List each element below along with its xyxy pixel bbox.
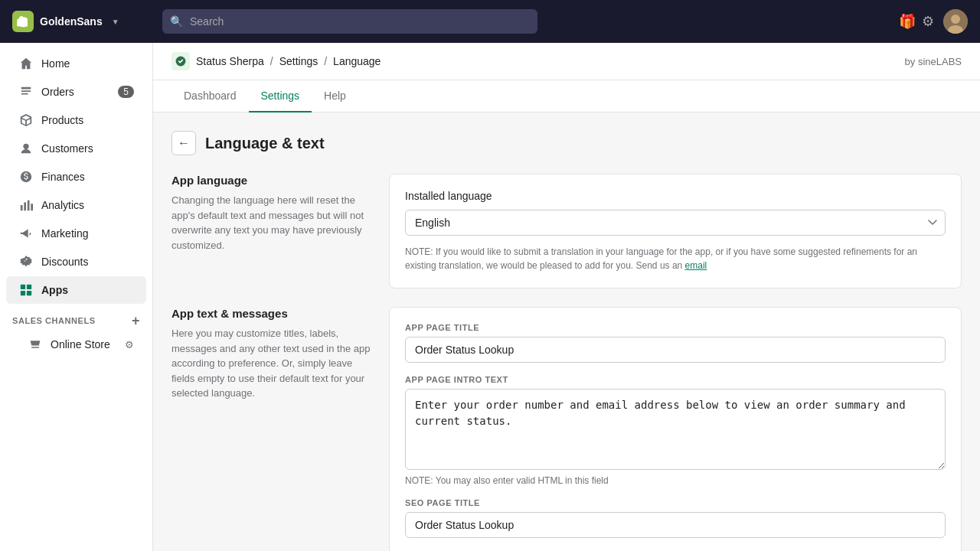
app-icon: [172, 52, 190, 70]
sidebar-label-apps: Apps: [41, 284, 68, 296]
analytics-icon: [18, 197, 34, 213]
brand-name: GoldenSans: [40, 15, 103, 28]
sidebar-label-orders: Orders: [41, 86, 74, 98]
orders-icon: [18, 84, 34, 99]
svg-rect-14: [27, 291, 31, 295]
topbar-right: 🎁 ⚙: [899, 9, 968, 34]
svg-point-1: [951, 15, 960, 24]
app-language-description: App language Changing the language here …: [172, 174, 371, 289]
sidebar-label-customers: Customers: [41, 142, 93, 155]
app-text-description: App text & messages Here you may customi…: [172, 307, 371, 551]
brand[interactable]: GoldenSans ▼: [12, 11, 150, 32]
home-icon: [18, 56, 34, 71]
email-link[interactable]: email: [685, 260, 707, 271]
brand-chevron-icon: ▼: [112, 18, 119, 26]
sidebar-item-home[interactable]: Home: [6, 50, 146, 77]
field-app-page-title: APP PAGE TITLE: [405, 323, 946, 363]
breadcrumb-sep2: /: [324, 55, 327, 67]
app-language-heading: App language: [172, 174, 371, 187]
main-content: Status Sherpa / Settings / Language by s…: [153, 0, 980, 551]
svg-rect-10: [31, 204, 33, 210]
search-input[interactable]: [162, 9, 537, 34]
breadcrumb-section: Settings: [279, 55, 318, 67]
app-text-section: App text & messages Here you may customi…: [172, 307, 962, 551]
finances-icon: [18, 169, 34, 184]
svg-rect-3: [21, 87, 31, 90]
tab-settings[interactable]: Settings: [249, 80, 312, 112]
products-icon: [18, 112, 34, 128]
app-header: Status Sherpa / Settings / Language by s…: [153, 43, 980, 80]
svg-rect-5: [21, 93, 28, 95]
label-app-page-intro: APP PAGE INTRO TEXT: [405, 375, 946, 384]
sidebar-item-online-store[interactable]: Online Store ⚙: [6, 331, 146, 357]
app-language-card: Installed language English French German…: [389, 174, 962, 289]
page-body: ← Language & text App language Changing …: [153, 112, 980, 551]
gift-icon[interactable]: 🎁: [899, 13, 916, 30]
sidebar-item-products[interactable]: Products: [6, 106, 146, 134]
svg-rect-4: [21, 90, 31, 92]
breadcrumb-subsection: Language: [333, 55, 381, 67]
marketing-icon: [18, 226, 34, 241]
label-app-page-title: APP PAGE TITLE: [405, 323, 946, 332]
add-sales-channel-button[interactable]: +: [132, 314, 140, 328]
sidebar-item-apps[interactable]: Apps: [6, 276, 146, 304]
sidebar-label-home: Home: [41, 57, 70, 70]
svg-point-6: [23, 144, 28, 149]
sidebar-item-discounts[interactable]: Discounts: [6, 248, 146, 276]
input-app-page-title[interactable]: [405, 337, 946, 363]
sales-channels-label: SALES CHANNELS: [12, 316, 96, 325]
sidebar-item-finances[interactable]: Finances: [6, 163, 146, 191]
sidebar-item-customers[interactable]: Customers: [6, 135, 146, 162]
svg-rect-12: [27, 285, 31, 289]
svg-rect-13: [21, 291, 25, 295]
sidebar-item-marketing[interactable]: Marketing: [6, 220, 146, 247]
tab-dashboard[interactable]: Dashboard: [172, 80, 249, 112]
sidebar-item-analytics[interactable]: Analytics: [6, 191, 146, 219]
topbar: GoldenSans ▼ 🔍 🎁 ⚙: [0, 0, 980, 43]
back-button[interactable]: ←: [172, 131, 196, 155]
breadcrumb-app-name: Status Sherpa: [196, 55, 264, 67]
sidebar-label-marketing: Marketing: [41, 227, 88, 240]
tabs: Dashboard Settings Help: [153, 80, 980, 112]
sidebar-nav: Home Orders 5 Products Customers: [0, 43, 152, 364]
breadcrumb: Status Sherpa / Settings / Language: [172, 52, 381, 70]
breadcrumb-sep1: /: [270, 55, 273, 67]
shopify-logo-icon: [12, 11, 34, 32]
orders-badge: 5: [118, 86, 134, 98]
svg-rect-7: [21, 205, 23, 210]
label-seo-page-title: SEO PAGE TITLE: [405, 498, 946, 507]
customers-icon: [18, 141, 34, 156]
by-label: by sineLABS: [905, 56, 962, 67]
svg-rect-11: [21, 285, 25, 289]
textarea-app-page-intro[interactable]: Enter your order number and email addres…: [405, 389, 946, 470]
search-bar: 🔍: [162, 9, 537, 34]
app-language-section: App language Changing the language here …: [172, 174, 962, 289]
discounts-icon: [18, 254, 34, 269]
language-note-text: NOTE: If you would like to submit a tran…: [405, 246, 917, 271]
app-text-card: APP PAGE TITLE APP PAGE INTRO TEXT Enter…: [389, 307, 962, 551]
sales-channels-section: SALES CHANNELS +: [0, 305, 152, 331]
field-seo-page-title: SEO PAGE TITLE: [405, 498, 946, 538]
field-app-page-intro: APP PAGE INTRO TEXT Enter your order num…: [405, 375, 946, 486]
language-note: NOTE: If you would like to submit a tran…: [405, 245, 946, 272]
apps-icon: [18, 282, 34, 298]
sidebar-label-finances: Finances: [41, 171, 85, 183]
language-select[interactable]: English French German Spanish: [405, 210, 946, 236]
settings-icon[interactable]: ⚙: [922, 13, 934, 30]
sidebar-label-products: Products: [41, 114, 83, 126]
sidebar-item-orders[interactable]: Orders 5: [6, 78, 146, 106]
page-title-row: ← Language & text: [172, 131, 962, 155]
avatar[interactable]: [943, 9, 968, 34]
app-text-heading: App text & messages: [172, 307, 371, 320]
page-title: Language & text: [205, 135, 325, 152]
input-seo-page-title[interactable]: [405, 512, 946, 538]
app-page-intro-note: NOTE: You may also enter valid HTML in t…: [405, 475, 946, 486]
sidebar-label-discounts: Discounts: [41, 256, 88, 268]
search-icon: 🔍: [170, 15, 183, 28]
sidebar-label-analytics: Analytics: [41, 199, 84, 211]
sidebar: Home Orders 5 Products Customers: [0, 0, 153, 551]
tab-help[interactable]: Help: [312, 80, 358, 112]
topbar-action-icons: 🎁 ⚙: [899, 13, 934, 30]
online-store-settings-icon[interactable]: ⚙: [125, 339, 134, 350]
svg-rect-9: [28, 201, 30, 211]
